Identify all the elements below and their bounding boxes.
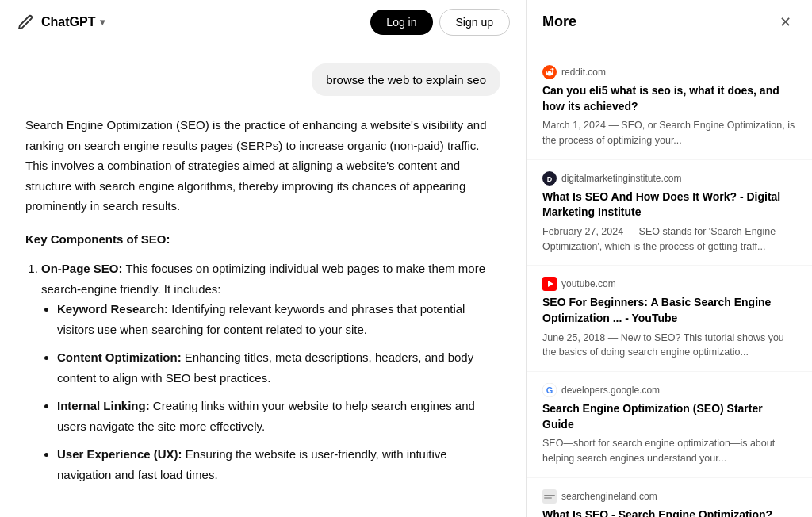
close-panel-button[interactable]: ✕ xyxy=(774,11,796,33)
list-item-onpage: On-Page SEO: This focuses on optimizing … xyxy=(41,258,500,484)
keyword-label: Keyword Research: xyxy=(57,302,168,316)
svg-point-5 xyxy=(552,68,554,71)
svg-text:D: D xyxy=(547,175,553,183)
edit-icon[interactable] xyxy=(16,13,35,32)
source-card-youtube[interactable]: youtube.com SEO For Beginners: A Basic S… xyxy=(527,266,812,372)
assistant-response: Search Engine Optimization (SEO) is the … xyxy=(25,115,500,484)
panel-sources-list: reddit.com Can you eli5 what is seo is, … xyxy=(527,44,812,517)
panel-header: More ✕ xyxy=(527,0,812,44)
sources-panel: More ✕ reddit.com Can you eli5 what is s… xyxy=(527,0,812,517)
dmi-snippet: February 27, 2024 — SEO stands for 'Sear… xyxy=(542,224,796,255)
chat-header: ChatGPT ▾ Log in Sign up xyxy=(0,0,526,44)
reddit-snippet: March 1, 2024 — SEO, or Search Engine Op… xyxy=(542,118,796,148)
dmi-icon: D xyxy=(542,171,557,186)
section-title: Key Components of SEO: xyxy=(25,229,500,250)
source-domain-dmi: D digitalmarketinginstitute.com xyxy=(542,171,796,186)
content-label: Content Optimization: xyxy=(57,350,182,364)
google-snippet: SEO—short for search engine optimization… xyxy=(542,436,796,466)
dmi-domain-text: digitalmarketinginstitute.com xyxy=(561,173,681,184)
source-domain-sel: searchengineland.com xyxy=(542,489,796,504)
svg-rect-16 xyxy=(544,497,552,499)
source-card-sel[interactable]: searchengineland.com What Is SEO - Searc… xyxy=(527,478,812,517)
onpage-label: On-Page SEO: xyxy=(41,262,123,275)
source-card-dmi[interactable]: D digitalmarketinginstitute.com What Is … xyxy=(527,160,812,266)
source-domain-google: G developers.google.com xyxy=(542,383,796,397)
chat-content: browse the web to explain seo Search Eng… xyxy=(0,44,526,517)
response-list: On-Page SEO: This focuses on optimizing … xyxy=(25,258,500,484)
login-button[interactable]: Log in xyxy=(370,10,432,35)
source-domain-reddit: reddit.com xyxy=(542,65,796,79)
youtube-domain-text: youtube.com xyxy=(561,278,616,289)
svg-text:G: G xyxy=(546,385,553,395)
dmi-title: What Is SEO And How Does It Work? - Digi… xyxy=(542,190,796,220)
reddit-title: Can you eli5 what is seo is, what it doe… xyxy=(542,83,796,114)
brand-name: ChatGPT xyxy=(41,15,95,29)
google-domain-text: developers.google.com xyxy=(561,385,660,396)
header-right: Log in Sign up xyxy=(370,9,510,36)
chevron-down-icon: ▾ xyxy=(100,17,105,28)
response-intro: Search Engine Optimization (SEO) is the … xyxy=(25,115,500,216)
header-left: ChatGPT ▾ xyxy=(16,13,105,32)
user-message: browse the web to explain seo xyxy=(25,63,500,96)
sub-item-keyword: Keyword Research: Identifying relevant k… xyxy=(57,299,500,339)
sel-domain-text: searchengineland.com xyxy=(561,491,657,502)
close-icon: ✕ xyxy=(779,13,791,31)
svg-point-6 xyxy=(547,71,549,73)
sub-list: Keyword Research: Identifying relevant k… xyxy=(41,299,500,484)
svg-rect-15 xyxy=(544,495,555,496)
linking-label: Internal Linking: xyxy=(57,399,150,412)
youtube-title: SEO For Beginners: A Basic Search Engine… xyxy=(542,295,796,326)
svg-point-7 xyxy=(551,71,553,73)
google-icon: G xyxy=(542,383,557,397)
ux-label: User Experience (UX): xyxy=(57,447,182,461)
main-chat-area: ChatGPT ▾ Log in Sign up browse the web … xyxy=(0,0,527,517)
youtube-icon xyxy=(542,277,557,291)
sel-icon xyxy=(542,489,557,504)
reddit-icon xyxy=(542,65,557,79)
youtube-snippet: June 25, 2018 — New to SEO? This tutoria… xyxy=(542,331,796,361)
source-domain-youtube: youtube.com xyxy=(542,277,796,291)
source-card-reddit[interactable]: reddit.com Can you eli5 what is seo is, … xyxy=(527,54,812,160)
sub-item-linking: Internal Linking: Creating links within … xyxy=(57,396,500,436)
google-title: Search Engine Optimization (SEO) Starter… xyxy=(542,401,796,432)
panel-title: More xyxy=(542,13,576,30)
brand-logo[interactable]: ChatGPT ▾ xyxy=(41,15,105,29)
source-card-google[interactable]: G developers.google.com Search Engine Op… xyxy=(527,372,812,478)
user-bubble: browse the web to explain seo xyxy=(312,63,500,96)
sub-item-ux: User Experience (UX): Ensuring the websi… xyxy=(57,444,500,484)
sub-item-content: Content Optimization: Enhancing titles, … xyxy=(57,347,500,388)
sel-title: What Is SEO - Search Engine Optimization… xyxy=(542,507,796,517)
reddit-domain-text: reddit.com xyxy=(561,67,606,78)
signup-button[interactable]: Sign up xyxy=(439,9,510,36)
